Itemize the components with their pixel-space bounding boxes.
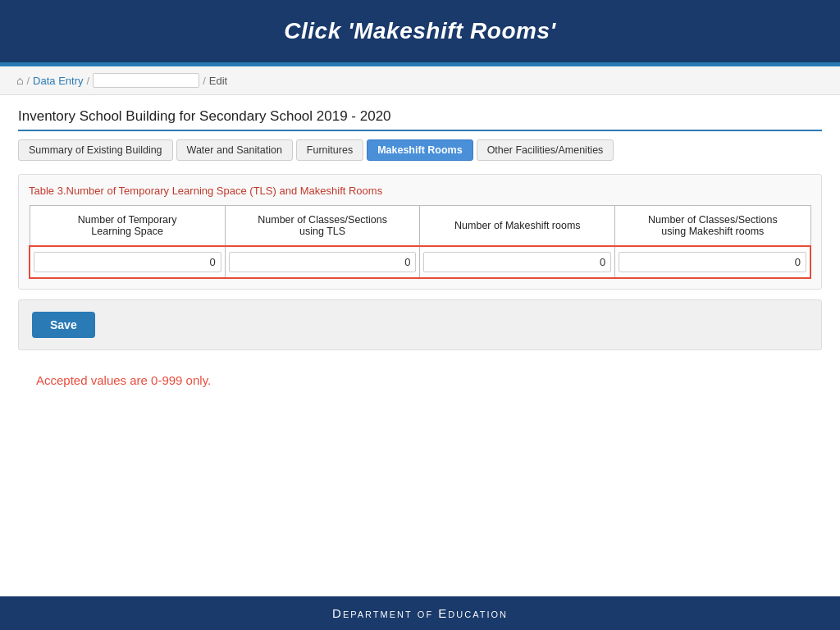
- save-section: Save: [18, 299, 822, 350]
- input-classes-makeshift[interactable]: [619, 252, 806, 272]
- breadcrumb-edit: Edit: [209, 75, 227, 87]
- input-tls-count[interactable]: [34, 252, 221, 272]
- save-button[interactable]: Save: [32, 312, 95, 338]
- home-icon[interactable]: ⌂: [16, 74, 23, 87]
- breadcrumb-data-entry[interactable]: Data Entry: [33, 75, 83, 87]
- tab-water-sanitation[interactable]: Water and Sanitation: [176, 139, 293, 161]
- data-table: Number of TemporaryLearning Space Number…: [29, 205, 811, 279]
- tab-other-facilities[interactable]: Other Facilities/Amenities: [477, 139, 614, 161]
- cell-makeshift-count[interactable]: [420, 246, 615, 278]
- tab-furnitures[interactable]: Furnitures: [296, 139, 363, 161]
- table-section: Table 3.Number of Temporary Learning Spa…: [18, 174, 822, 290]
- main-content: ⌂ / Data Entry / / Edit Inventory School…: [0, 66, 840, 596]
- page-header: Click 'Makeshift Rooms': [0, 0, 840, 62]
- tab-summary-existing-building[interactable]: Summary of Existing Building: [18, 139, 173, 161]
- page-title: Inventory School Building for Secondary …: [18, 108, 822, 131]
- col-header-classes-makeshift: Number of Classes/Sectionsusing Makeshif…: [615, 206, 810, 247]
- breadcrumb-school-input[interactable]: [93, 73, 199, 88]
- table-header-row: Number of TemporaryLearning Space Number…: [30, 206, 810, 247]
- page-wrapper: Inventory School Building for Secondary …: [0, 95, 840, 596]
- table-label: Table 3.Number of Temporary Learning Spa…: [29, 185, 811, 197]
- col-header-tls: Number of TemporaryLearning Space: [30, 206, 225, 247]
- tab-navigation: Summary of Existing Building Water and S…: [18, 139, 822, 161]
- cell-tls-count[interactable]: [30, 246, 225, 278]
- footer-label: Department of Education: [332, 606, 508, 620]
- col-header-makeshift: Number of Makeshift rooms: [420, 206, 615, 247]
- breadcrumb-sep3: /: [203, 75, 206, 87]
- tab-makeshift-rooms[interactable]: Makeshift Rooms: [367, 139, 473, 161]
- breadcrumb: ⌂ / Data Entry / / Edit: [0, 66, 840, 95]
- breadcrumb-sep1: /: [26, 75, 30, 87]
- input-classes-tls[interactable]: [229, 252, 417, 272]
- cell-classes-tls[interactable]: [225, 246, 420, 278]
- table-label-bold: Table 3.: [29, 185, 66, 197]
- accepted-values-note: Accepted values are 0-999 only.: [18, 373, 822, 387]
- input-makeshift-count[interactable]: [423, 252, 611, 272]
- cell-classes-makeshift[interactable]: [615, 246, 810, 278]
- table-label-text: Number of Temporary Learning Space (TLS)…: [66, 185, 383, 197]
- col-header-classes-tls: Number of Classes/Sectionsusing TLS: [225, 206, 420, 247]
- header-title: Click 'Makeshift Rooms': [284, 18, 555, 43]
- breadcrumb-sep2: /: [87, 75, 90, 87]
- table-data-row: [30, 246, 810, 278]
- page-footer: Department of Education: [0, 596, 840, 630]
